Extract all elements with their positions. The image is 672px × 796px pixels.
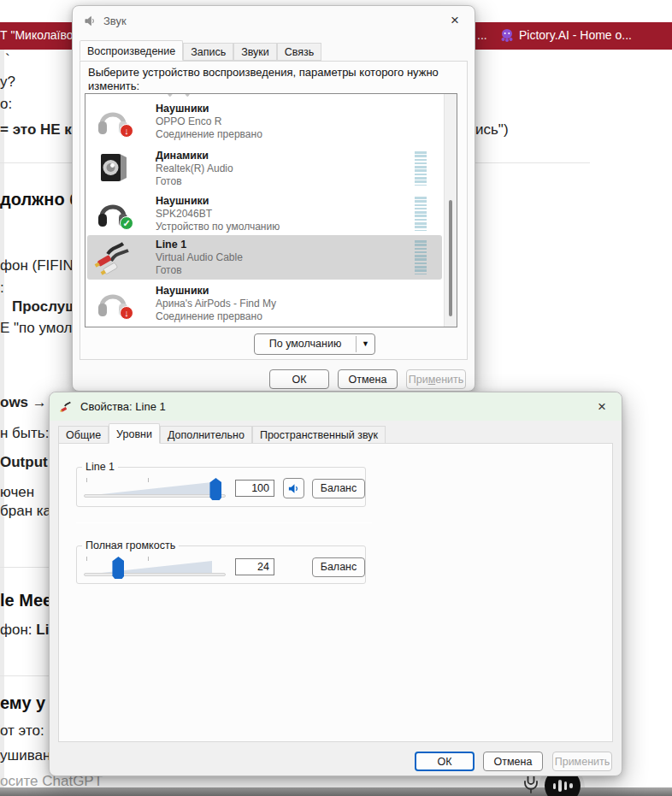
bg-text-fragment: от это:	[0, 722, 44, 740]
disconnected-badge: ↓	[120, 306, 133, 320]
line1-properties-dialog: Свойства: Line 1 × Общие Уровни Дополнит…	[49, 392, 622, 776]
group-label: Полная громкость	[82, 540, 179, 551]
device-desc: SPK2046BT	[156, 208, 280, 221]
device-status: Соединение прервано	[156, 310, 276, 323]
bg-text-fragment: ючен	[0, 484, 34, 501]
speaker-box-icon	[94, 149, 132, 186]
bg-text-fragment: фон (FIFINE	[0, 257, 83, 274]
bg-text-fragment: у?	[0, 74, 15, 91]
device-status: Устройство по умолчанию	[156, 221, 280, 233]
tab-levels[interactable]: Уровни	[109, 423, 160, 444]
tab-advanced[interactable]: Дополнительно	[160, 426, 252, 444]
master-volume-group: Полная громкость 24 Баланс	[76, 540, 366, 584]
headphones-icon: ✓	[94, 194, 132, 232]
sound-dialog: Звук × Воспроизведение Запись Звуки Связ…	[72, 5, 475, 392]
device-row-line1-selected[interactable]: Line 1 Virtual Audio Cable Готов	[87, 235, 442, 280]
bg-text-fragment: н быть:	[0, 425, 49, 442]
device-row-speakers[interactable]: Динамики Realtek(R) Audio Готов	[87, 146, 442, 191]
bg-heading-fragment: должно б	[0, 190, 80, 209]
desktop-screen: Т "Миколаївобл ... Pictory.AI - Home o..…	[0, 0, 672, 796]
device-row-oppo[interactable]: ↓ Наушники OPPO Enco R Соединение прерва…	[87, 99, 442, 144]
properties-dialog-tabs: Общие Уровни Дополнительно Пространствен…	[58, 423, 386, 444]
browser-tab-pictory-title[interactable]: Pictory.AI - Home o...	[519, 28, 632, 42]
slider-thumb[interactable]	[112, 557, 124, 579]
volume-value-field[interactable]: 24	[235, 558, 274, 575]
tab-sounds[interactable]: Звуки	[233, 43, 277, 61]
level-meter	[415, 151, 427, 186]
tab-general[interactable]: Общие	[58, 426, 109, 444]
close-icon[interactable]: ×	[442, 9, 468, 32]
level-meter	[415, 240, 427, 274]
device-desc: Realtek(R) Audio	[156, 162, 233, 175]
set-default-split-button[interactable]: По умолчанию ▼	[254, 333, 375, 355]
apply-button[interactable]: Применить	[406, 369, 466, 389]
volume-value-field[interactable]: 100	[235, 480, 274, 497]
balance-button[interactable]: Баланс	[312, 557, 365, 577]
divider	[0, 567, 49, 568]
cancel-button[interactable]: Отмена	[338, 369, 398, 389]
speaker-icon	[287, 482, 300, 495]
rca-cable-icon	[94, 238, 132, 275]
line1-volume-slider[interactable]	[84, 476, 226, 500]
window-left-edge	[0, 50, 4, 787]
headphones-icon: ↓	[94, 102, 132, 139]
dialog-title: Звук	[103, 15, 127, 27]
list-scrollbar[interactable]	[444, 94, 457, 327]
tab-recording[interactable]: Запись	[183, 43, 233, 61]
slider-thumb[interactable]	[209, 478, 221, 500]
bg-text-fragment: Output /	[0, 454, 56, 471]
bg-text-fragment: ows →	[0, 394, 47, 411]
tab-playback[interactable]: Воспроизведение	[80, 40, 183, 61]
device-status: Готов	[156, 175, 233, 188]
device-status: Соединение прервано	[156, 128, 262, 141]
divider	[0, 675, 49, 676]
level-meter	[415, 197, 427, 231]
apply-button[interactable]: Применить	[552, 752, 612, 771]
instruction-text: Выберите устройство воспроизведения, пар…	[88, 66, 464, 92]
device-row-spk2046bt[interactable]: ✓ Наушники SPK2046BT Устройство по умолч…	[87, 192, 442, 236]
device-name: Наушники	[156, 285, 276, 298]
device-name: Динамики	[156, 150, 233, 162]
headphones-icon: ↓	[94, 284, 132, 321]
device-status: Готов	[156, 264, 243, 277]
playback-device-list[interactable]: ↓ Наушники OPPO Enco R Соединение прерва…	[85, 93, 457, 327]
separator	[76, 522, 372, 523]
speaker-icon	[84, 15, 97, 27]
cancel-button[interactable]: Отмена	[483, 752, 543, 771]
device-name: Line 1	[156, 239, 243, 251]
ok-button[interactable]: ОК	[415, 752, 475, 771]
device-name: Наушники	[156, 103, 262, 115]
bg-text-fragment: о:	[0, 96, 12, 113]
scrollbar-thumb[interactable]	[449, 200, 452, 316]
device-desc: OPPO Enco R	[156, 115, 262, 128]
tab-communications[interactable]: Связь	[277, 43, 322, 61]
set-default-button[interactable]: По умолчанию	[255, 334, 356, 354]
device-desc: Арина's AirPods - Find My	[156, 298, 276, 310]
default-device-badge: ✓	[120, 216, 133, 230]
master-volume-slider[interactable]	[84, 555, 226, 579]
device-desc: Virtual Audio Cable	[156, 251, 243, 264]
line1-volume-group: Line 1 100 Баланс	[76, 461, 366, 507]
mute-toggle-button[interactable]	[283, 478, 304, 498]
scrolled-device-icon-fragment	[168, 93, 190, 99]
browser-tab-ellipsis: ...	[477, 28, 487, 42]
dialog-title: Свойства: Line 1	[80, 400, 166, 413]
disconnected-badge: ↓	[120, 124, 133, 138]
balance-button[interactable]: Баланс	[312, 479, 365, 498]
chevron-down-icon[interactable]: ▼	[357, 334, 374, 354]
rca-cable-icon	[60, 400, 74, 414]
group-label: Line 1	[82, 461, 118, 473]
ok-button[interactable]: ОК	[269, 369, 329, 389]
sound-dialog-titlebar: Звук	[73, 6, 475, 35]
close-icon[interactable]: ×	[589, 396, 615, 418]
bg-text-fragment: ись")	[475, 121, 509, 139]
properties-dialog-titlebar: Свойства: Line 1	[50, 392, 622, 421]
bg-text-fragment: `	[5, 51, 10, 68]
device-name: Наушники	[156, 195, 280, 208]
bg-text-fragment: :	[0, 280, 4, 297]
tab-spatial-sound[interactable]: Пространственный звук	[252, 426, 386, 444]
sound-dialog-tabs: Воспроизведение Запись Звуки Связь	[80, 40, 321, 61]
device-row-airpods[interactable]: ↓ Наушники Арина's AirPods - Find My Сое…	[87, 281, 442, 326]
pictory-octopus-icon	[499, 27, 515, 43]
